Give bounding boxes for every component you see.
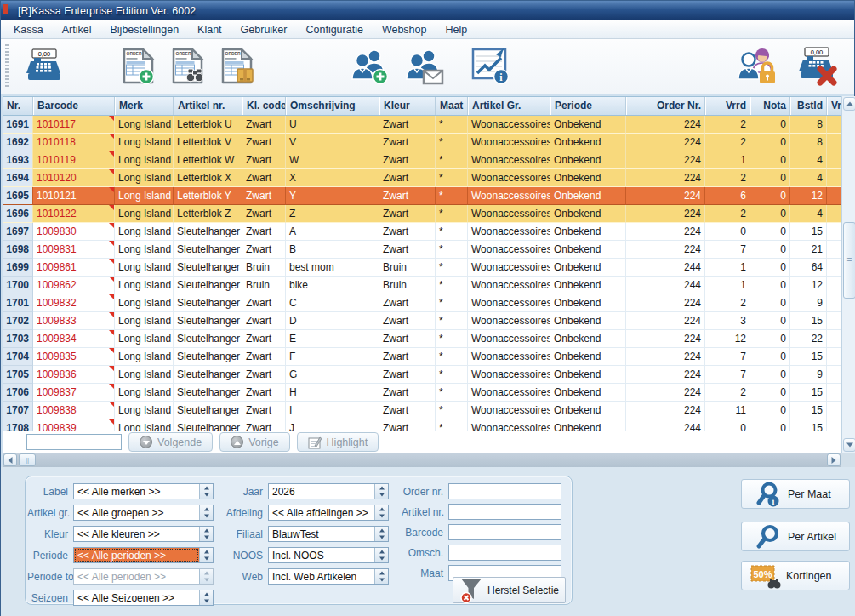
menu-item-klant[interactable]: Klant xyxy=(188,21,231,38)
horizontal-scroll-thumb[interactable]: || xyxy=(19,453,36,466)
new-order-icon[interactable]: ORDER xyxy=(119,43,160,90)
column-header-barcode[interactable]: Barcode xyxy=(33,97,115,115)
column-header-maat[interactable]: Maat xyxy=(436,97,468,115)
statistics-info-icon[interactable]: i xyxy=(466,43,514,90)
table-row[interactable]: 16921010118Long IslandLetterblok VZwartV… xyxy=(3,134,841,151)
filter-select-noos[interactable]: Incl. NOOS xyxy=(268,547,389,563)
cell-maat: * xyxy=(436,223,468,241)
menu-item-configuratie[interactable]: Configuratie xyxy=(296,21,372,38)
filter-select-jaar[interactable]: 2026 xyxy=(268,483,389,499)
spinner-control[interactable] xyxy=(199,569,213,584)
table-row[interactable]: 17011009832Long IslandSleutelhanger CZwa… xyxy=(3,294,841,312)
table-row[interactable]: 17021009833Long IslandSleutelhanger DZwa… xyxy=(3,312,841,330)
spinner-control[interactable] xyxy=(374,527,388,541)
column-header-artikel-gr[interactable]: Artikel Gr. xyxy=(468,97,550,115)
table-row[interactable]: 16941010120Long IslandLetterblok XZwartX… xyxy=(3,169,841,187)
table-row[interactable]: 16961010122Long IslandLetterblok ZZwartZ… xyxy=(3,205,841,223)
cell-artikel-nr: Letterblok Y xyxy=(174,187,242,205)
filter-select-artikel-gr[interactable]: << Alle groepen >> xyxy=(73,505,214,521)
cell-maat: * xyxy=(436,294,468,312)
spinner-control[interactable] xyxy=(374,505,388,520)
table-row[interactable]: 16991009861Long IslandSleutelhangerBruin… xyxy=(3,259,841,277)
menu-item-artikel[interactable]: Artikel xyxy=(53,21,101,38)
table-row[interactable]: 16981009831Long IslandSleutelhanger BZwa… xyxy=(3,241,841,259)
filter-select-periode[interactable]: << Alle perioden >> xyxy=(73,547,214,563)
column-header-merk[interactable]: Merk xyxy=(115,97,174,115)
column-header-vrk[interactable]: Vrk xyxy=(827,97,841,115)
order-delivery-icon[interactable]: ORDER xyxy=(218,43,259,90)
menu-item-kassa[interactable]: Kassa xyxy=(4,21,53,38)
filter-input-order-nr[interactable] xyxy=(448,483,561,499)
filter-input-artikel-nr[interactable] xyxy=(448,504,561,520)
cash-register-icon[interactable]: 0,00 xyxy=(20,43,66,90)
table-row[interactable]: 16931010119Long IslandLetterblok WZwartW… xyxy=(3,151,841,169)
filter-input-barcode[interactable] xyxy=(448,524,561,540)
table-row[interactable]: 17041009835Long IslandSleutelhanger FZwa… xyxy=(3,348,841,366)
filter-select-kleur[interactable]: << Alle kleuren >> xyxy=(73,526,214,542)
table-row[interactable]: 17001009862Long IslandSleutelhangerBruin… xyxy=(3,277,841,294)
column-header-bstld[interactable]: Bstld xyxy=(790,97,827,115)
menu-item-bijbestellingen[interactable]: Bijbestellingen xyxy=(100,21,188,38)
column-header-kleur[interactable]: Kleur xyxy=(379,97,436,115)
scroll-up-button[interactable] xyxy=(843,97,855,111)
table-row[interactable]: 17081009839Long IslandSleutelhanger JZwa… xyxy=(3,419,841,431)
find-previous-button[interactable]: Vorige xyxy=(219,432,289,452)
menu-item-help[interactable]: Help xyxy=(436,21,476,38)
filter-column-right: Order nr.Artikel nr.BarcodeOmsch.Maat xyxy=(402,483,561,581)
filter-select-afdeling[interactable]: << Alle afdelingen >> xyxy=(268,505,389,521)
column-header-periode[interactable]: Periode xyxy=(550,97,626,115)
per-maat-button[interactable]: i Per Maat xyxy=(741,479,850,509)
cell-artikel-gr: Woonaccessoires xyxy=(468,151,550,169)
table-row[interactable]: 17031009834Long IslandSleutelhanger EZwa… xyxy=(3,330,841,348)
user-lock-icon[interactable] xyxy=(732,43,783,90)
find-input[interactable] xyxy=(26,434,122,450)
filter-select-filiaal[interactable]: BlauwTest xyxy=(268,526,389,542)
column-header-kl-code[interactable]: Kl. code xyxy=(242,97,286,115)
column-header-vrrd[interactable]: Vrrd xyxy=(705,97,750,115)
close-register-icon[interactable]: 0,00 xyxy=(791,43,842,90)
scroll-down-button[interactable] xyxy=(843,438,855,452)
column-header-artikel-nr[interactable]: Artikel nr. xyxy=(174,97,242,115)
spinner-control[interactable] xyxy=(199,548,213,562)
find-next-button[interactable]: Volgende xyxy=(128,432,213,452)
vertical-scrollbar[interactable]: = xyxy=(841,96,855,453)
scroll-left-button[interactable] xyxy=(3,453,17,466)
highlight-button[interactable]: Highlight xyxy=(297,432,379,452)
spinner-control[interactable] xyxy=(374,548,388,562)
spinner-control[interactable] xyxy=(199,505,213,520)
menu-item-gebruiker[interactable]: Gebruiker xyxy=(231,21,297,38)
reset-selection-button[interactable]: Herstel Selectie xyxy=(453,577,566,603)
table-row[interactable]: 17071009838Long IslandSleutelhanger IZwa… xyxy=(3,402,841,419)
table-row[interactable]: 16971009830Long IslandSleutelhanger AZwa… xyxy=(3,223,841,241)
column-header-order-nr[interactable]: Order Nr. xyxy=(626,97,705,115)
toolbar-grip[interactable] xyxy=(5,44,9,88)
find-order-icon[interactable]: ORDER xyxy=(168,43,209,90)
filter-select-label[interactable]: << Alle merken >> xyxy=(73,483,214,499)
add-customer-icon[interactable] xyxy=(345,43,393,90)
kortingen-button[interactable]: 50% Kortingen xyxy=(741,561,850,590)
column-header-omschrijving[interactable]: Omschrijving xyxy=(286,97,379,115)
cell-artikel-nr: Letterblok U xyxy=(174,116,242,134)
spinner-control[interactable] xyxy=(374,484,388,499)
cell-vrk xyxy=(827,241,841,259)
spinner-control[interactable] xyxy=(374,569,388,584)
menu-item-webshop[interactable]: Webshop xyxy=(373,21,436,38)
spinner-control[interactable] xyxy=(199,527,213,541)
email-customers-icon[interactable] xyxy=(400,43,447,90)
spinner-control[interactable] xyxy=(199,484,213,499)
horizontal-scrollbar[interactable]: || xyxy=(3,453,841,467)
filter-select-web[interactable]: Incl. Web Artikelen xyxy=(268,568,389,585)
filter-input-omsch[interactable] xyxy=(448,545,561,561)
table-row[interactable]: 17051009836Long IslandSleutelhanger GZwa… xyxy=(3,366,841,384)
spinner-control[interactable] xyxy=(199,590,213,605)
scroll-right-button[interactable] xyxy=(827,453,841,466)
vertical-scroll-thumb[interactable]: = xyxy=(843,222,855,299)
table-row[interactable]: 17061009837Long IslandSleutelhanger HZwa… xyxy=(3,384,841,402)
table-row[interactable]: 16951010121Long IslandLetterblok YZwartY… xyxy=(3,187,841,205)
filter-select-seizoen[interactable]: << Alle Seizoenen >> xyxy=(73,590,214,606)
column-header-nota[interactable]: Nota xyxy=(750,97,790,115)
cell-vrk xyxy=(827,312,841,330)
column-header-nr[interactable]: Nr. xyxy=(3,97,33,115)
per-artikel-button[interactable]: Per Artikel xyxy=(741,522,850,551)
table-row[interactable]: 16911010117Long IslandLetterblok UZwartU… xyxy=(3,116,841,134)
